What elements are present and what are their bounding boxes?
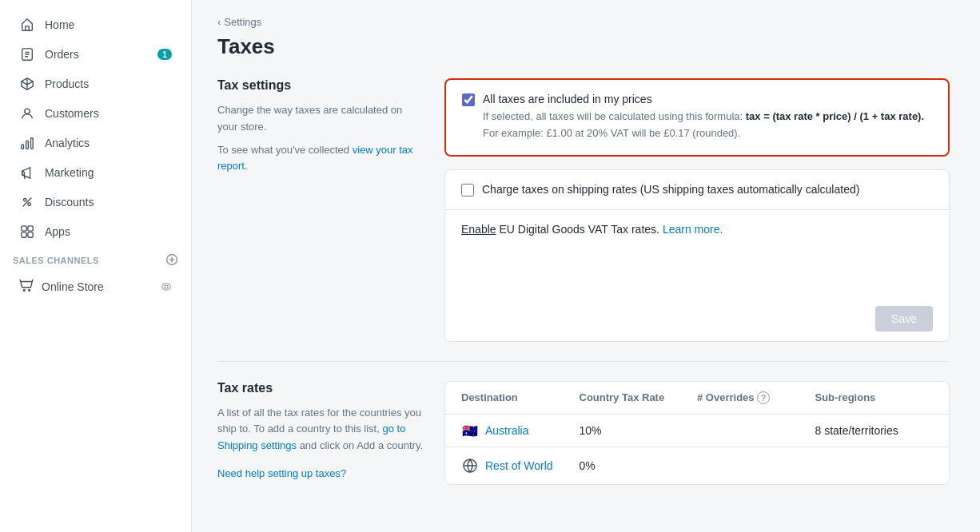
svg-point-14 — [165, 284, 168, 288]
breadcrumb[interactable]: ‹ Settings — [217, 16, 950, 28]
enable-label: Enable — [461, 223, 496, 236]
col-destination: Destination — [461, 391, 580, 405]
sidebar-item-apps-label: Apps — [45, 225, 70, 238]
cell-row-rate: 0% — [580, 459, 698, 472]
discounts-icon — [19, 194, 35, 210]
australia-link[interactable]: Australia — [485, 424, 528, 437]
tax-included-checkbox[interactable] — [462, 93, 475, 106]
online-store-actions — [161, 281, 172, 292]
shipping-taxes-row: Charge taxes on shipping rates (US shipp… — [461, 183, 933, 197]
learn-more-link[interactable]: Learn more. — [663, 223, 723, 236]
tax-rates-card-area: Destination Country Tax Rate # Overrides… — [444, 381, 950, 486]
tax-included-row: All taxes are included in my prices If s… — [462, 93, 932, 142]
shipping-taxes-checkbox[interactable] — [461, 184, 474, 197]
products-icon — [19, 76, 35, 92]
section-divider — [217, 361, 950, 362]
table-row: 🇦🇺 Australia 10% 8 state/territories — [445, 415, 949, 447]
home-icon — [19, 17, 35, 33]
sidebar-nav: Home Orders 1 — [0, 0, 191, 312]
tax-settings-footer: Save — [445, 296, 949, 341]
svg-rect-8 — [28, 226, 33, 231]
col-subregions: Sub-regions — [815, 391, 934, 405]
svg-rect-2 — [22, 145, 24, 149]
sidebar-item-products-label: Products — [45, 77, 89, 90]
tax-rates-section: Tax rates A list of all the tax rates fo… — [217, 381, 950, 486]
marketing-icon — [19, 165, 35, 181]
cell-australia-rate: 10% — [580, 424, 698, 437]
tax-included-card: All taxes are included in my prices If s… — [444, 78, 950, 157]
tax-rates-desc: A list of all the tax rates for the coun… — [217, 405, 425, 455]
sidebar-item-orders[interactable]: Orders 1 — [6, 40, 185, 69]
orders-badge: 1 — [157, 49, 172, 60]
sidebar-item-online-store[interactable]: Online Store — [6, 272, 185, 301]
sidebar-item-marketing[interactable]: Marketing — [6, 158, 185, 187]
tax-settings-description: Tax settings Change the way taxes are ca… — [217, 78, 425, 342]
sidebar-item-apps[interactable]: Apps — [6, 217, 185, 246]
tax-settings-desc2: To see what you've collected view your t… — [217, 142, 425, 176]
svg-rect-4 — [31, 138, 34, 149]
apps-icon — [19, 224, 35, 240]
cell-row-dest: Rest of World — [461, 457, 580, 474]
svg-point-6 — [28, 203, 31, 206]
tax-settings-desc1: Change the way taxes are calculated on y… — [217, 102, 425, 136]
sidebar-item-analytics-label: Analytics — [45, 137, 90, 149]
australia-flag: 🇦🇺 — [461, 424, 479, 437]
breadcrumb-chevron: ‹ — [217, 16, 221, 28]
save-button[interactable]: Save — [875, 306, 933, 332]
overrides-info-icon[interactable]: ? — [757, 391, 770, 404]
orders-icon — [19, 46, 35, 62]
svg-point-5 — [24, 199, 27, 202]
analytics-icon — [19, 135, 35, 151]
customers-icon — [19, 105, 35, 121]
sidebar-item-products[interactable]: Products — [6, 69, 185, 98]
tax-settings-title: Tax settings — [217, 78, 425, 93]
sidebar-item-customers[interactable]: Customers — [6, 99, 185, 128]
sidebar-item-home[interactable]: Home — [6, 10, 185, 39]
tax-rates-description: Tax rates A list of all the tax rates fo… — [217, 381, 425, 486]
sidebar-item-customers-label: Customers — [45, 107, 99, 120]
cell-australia-dest: 🇦🇺 Australia — [461, 424, 580, 437]
tax-included-label[interactable]: All taxes are included in my prices — [483, 93, 652, 105]
svg-rect-3 — [26, 141, 29, 149]
shipping-taxes-section: Charge taxes on shipping rates (US shipp… — [445, 170, 949, 210]
sidebar-item-analytics[interactable]: Analytics — [6, 129, 185, 157]
svg-point-1 — [25, 109, 30, 113]
breadcrumb-label: Settings — [224, 16, 261, 28]
tax-rates-card: Destination Country Tax Rate # Overrides… — [444, 381, 950, 486]
shipping-taxes-label[interactable]: Charge taxes on shipping rates (US shipp… — [482, 183, 859, 196]
shipping-taxes-card: Charge taxes on shipping rates (US shipp… — [444, 169, 950, 342]
eye-icon[interactable] — [161, 281, 172, 292]
sidebar-item-home-label: Home — [45, 18, 74, 31]
globe-icon — [461, 457, 479, 474]
svg-rect-7 — [22, 226, 26, 231]
sales-channels-title: SALES CHANNELS — [0, 247, 191, 271]
help-link[interactable]: Need help setting up taxes? — [217, 467, 346, 479]
online-store-label: Online Store — [42, 280, 104, 293]
online-store-icon — [19, 278, 34, 295]
col-overrides: # Overrides ? — [697, 391, 815, 405]
main-content: ‹ Settings Taxes Tax settings Change the… — [192, 0, 980, 532]
eu-vat-text: EU Digital Goods VAT Tax rates. — [499, 223, 659, 236]
sidebar-item-orders-label: Orders — [45, 48, 79, 61]
add-sales-channel-icon[interactable] — [165, 253, 178, 268]
card-spacer — [445, 248, 949, 296]
tax-included-section: All taxes are included in my prices If s… — [446, 80, 948, 155]
table-row: Rest of World 0% — [445, 447, 949, 484]
page-title: Taxes — [217, 34, 950, 59]
sidebar: Home Orders 1 — [0, 0, 192, 532]
sidebar-item-marketing-label: Marketing — [45, 166, 94, 179]
tax-included-desc: If selected, all taxes will be calculate… — [483, 109, 932, 142]
sidebar-item-discounts[interactable]: Discounts — [6, 188, 185, 216]
svg-point-13 — [29, 289, 30, 291]
rest-of-world-link[interactable]: Rest of World — [485, 459, 553, 472]
sidebar-item-discounts-label: Discounts — [45, 196, 94, 208]
svg-point-12 — [23, 289, 25, 291]
svg-rect-10 — [28, 232, 33, 237]
tax-rates-title: Tax rates — [217, 381, 425, 395]
table-header: Destination Country Tax Rate # Overrides… — [445, 382, 949, 415]
tax-settings-card-area: All taxes are included in my prices If s… — [444, 78, 950, 342]
col-country-rate: Country Tax Rate — [580, 391, 698, 405]
svg-rect-9 — [22, 232, 26, 237]
enable-eu-vat-section: Enable EU Digital Goods VAT Tax rates. L… — [445, 210, 949, 248]
cell-australia-subregions: 8 state/territories — [815, 424, 934, 437]
